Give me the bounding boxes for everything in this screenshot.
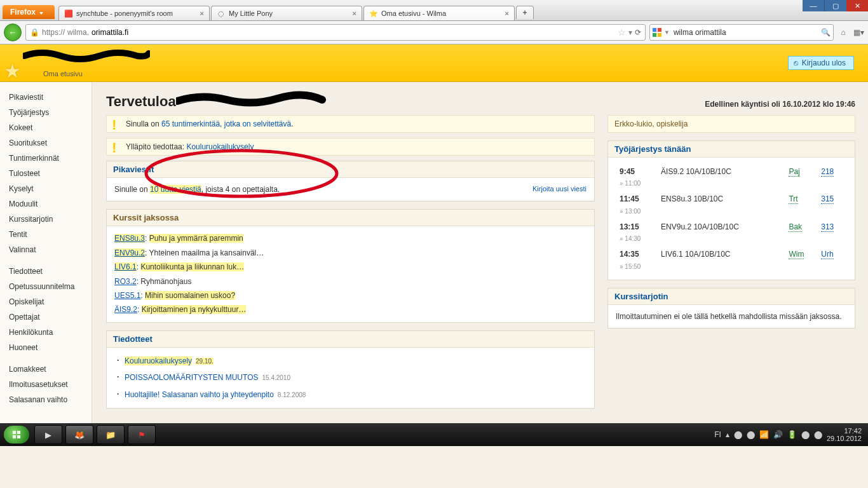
alert-tuntimerkinnat: ! Sinulla on 65 tuntimerkintää, jotka on… [106, 115, 595, 133]
new-message-link[interactable]: Kirjoita uusi viesti [532, 183, 587, 195]
main-content: Tervetuloa Edellinen käyntisi oli 16.10.… [92, 82, 868, 447]
course-code-link[interactable]: RO3.2 [114, 277, 137, 286]
schedule-room-link[interactable]: 315 [821, 194, 834, 204]
dropdown-icon[interactable]: ▾ [628, 28, 632, 37]
window-minimize-button[interactable]: — [803, 0, 824, 11]
schedule-teacher-link[interactable]: Wim [789, 250, 804, 259]
sidebar-item[interactable]: Tuntimerkinnät [9, 151, 92, 166]
box-heading: Kurssit jaksossa [107, 210, 594, 226]
tray-icon[interactable]: ⬤ [747, 430, 755, 439]
tray-icon[interactable]: ⬤ [814, 430, 822, 439]
new-tab-button[interactable]: + [516, 6, 534, 19]
sidebar-item[interactable]: Kurssitarjotin [9, 212, 92, 227]
news-link[interactable]: Huoltajille! Salasanan vaihto ja yhteyde… [125, 390, 274, 399]
window-maximize-button[interactable]: ▢ [824, 0, 846, 11]
url-scheme: https:// [42, 28, 65, 37]
bookmark-star-icon[interactable]: ☆ [618, 27, 626, 37]
schedule-time: 9:45 [620, 165, 654, 178]
taskbar-app-firefox[interactable]: 🦊 [65, 425, 93, 444]
firefox-menu-button[interactable]: Firefox [3, 5, 55, 19]
redacted-name [23, 48, 150, 64]
start-button[interactable] [4, 426, 29, 444]
tray-chevron-icon[interactable]: ▴ [726, 430, 729, 439]
url-host: orimattila.fi [92, 28, 128, 37]
close-icon[interactable]: × [200, 10, 204, 17]
sidebar-item[interactable]: Moduulit [9, 196, 92, 212]
box-heading: Tiedotteet [107, 331, 594, 348]
sidebar-item[interactable]: Pikaviestit [9, 90, 92, 105]
language-indicator[interactable]: FI [714, 430, 721, 439]
course-code-link[interactable]: LIV6.1 [114, 262, 137, 271]
sidebar-item[interactable]: Ilmoitusasetukset [9, 377, 92, 392]
url-bar[interactable]: 🔒 https://wilma.orimattila.fi ☆ ▾ ⟳ [25, 24, 646, 41]
taskbar-clock[interactable]: 17:42 29.10.2012 [827, 427, 862, 442]
schedule-box: Työjärjestys tänään 9:45» 11:00ÄIS9.2 10… [607, 140, 855, 280]
close-icon[interactable]: × [505, 10, 509, 17]
reload-icon[interactable]: ⟳ [635, 28, 641, 37]
sidebar-item[interactable]: Tentit [9, 227, 92, 242]
url-sub: wilma. [67, 28, 89, 37]
tab-strip: 🟥 synchtube - ponenyymit's room × ◌ My L… [58, 6, 868, 20]
news-link[interactable]: Kouluruokailukysely [125, 356, 192, 365]
sidebar-item[interactable]: Kyselyt [9, 181, 92, 196]
sidebar-item[interactable]: Työjärjestys [9, 105, 92, 120]
course-code-link[interactable]: UES5.1 [114, 291, 140, 300]
sidebar-item[interactable]: Tiedotteet [9, 264, 92, 279]
schedule-room-link[interactable]: 218 [821, 167, 834, 177]
schedule-room-link[interactable]: Urh [821, 250, 833, 259]
sidebar-item[interactable]: Huoneet [9, 340, 92, 355]
news-date: 15.4.2010 [262, 374, 290, 381]
sidebar-item[interactable]: Opetussuunnitelma [9, 279, 92, 294]
search-bar[interactable]: ▼ 🔍 [649, 24, 834, 41]
course-code-link[interactable]: ÄIS9.2 [114, 305, 137, 314]
alert-link[interactable]: 65 tuntimerkintää, jotka on selvitettävä [161, 119, 291, 128]
search-icon[interactable]: 🔍 [821, 28, 831, 37]
alert-announcement: ! Ylläpito tiedottaa: Kouluruokailukysel… [106, 138, 595, 156]
pika-link[interactable]: 10 uutta viestiä [150, 185, 201, 194]
sidebar-item[interactable]: Suoritukset [9, 135, 92, 151]
search-input[interactable] [672, 27, 818, 37]
logout-button[interactable]: Kirjaudu ulos [788, 56, 854, 70]
close-icon[interactable]: × [353, 10, 356, 17]
dropdown-icon[interactable]: ▼ [664, 29, 670, 36]
schedule-teacher-link[interactable]: Paj [789, 167, 799, 177]
clock-date: 29.10.2012 [827, 435, 862, 442]
course-row: ENV9u.2: Yhteinen maailma ja kansainväl… [114, 246, 587, 260]
course-row: ÄIS9.2: Kirjoittaminen ja nykykulttuur… [114, 302, 587, 316]
tray-icon[interactable]: ⬤ [734, 430, 742, 439]
window-close-button[interactable]: ✕ [846, 0, 868, 11]
home-icon[interactable]: ⌂ [837, 27, 849, 38]
tab-wilma[interactable]: ⭐ Oma etusivu - Wilma × [363, 6, 515, 20]
tab-synchtube[interactable]: 🟥 synchtube - ponenyymit's room × [58, 6, 210, 20]
sidebar-item[interactable]: Henkilökunta [9, 325, 92, 340]
sidebar-item[interactable]: Salasanan vaihto [9, 392, 92, 407]
taskbar-app-game[interactable]: ⚑ [128, 425, 156, 444]
back-button[interactable]: ← [4, 24, 22, 41]
tray-battery-icon[interactable]: 🔋 [787, 430, 797, 439]
sidebar-item[interactable]: Kokeet [9, 120, 92, 135]
tab-mlp[interactable]: ◌ My Little Pony × [211, 6, 362, 20]
taskbar-app-media[interactable]: ▶ [34, 425, 62, 444]
sidebar-item[interactable]: Opiskelijat [9, 294, 92, 309]
sidebar-item[interactable]: Valinnat [9, 242, 92, 257]
extensions-icon[interactable]: ▦▾ [853, 27, 864, 38]
schedule-table: 9:45» 11:00ÄIS9.2 10A/10B/10CPaj21811:45… [616, 163, 847, 274]
sidebar-item[interactable]: Tulosteet [9, 166, 92, 181]
schedule-room-link[interactable]: 313 [821, 222, 834, 232]
news-link[interactable]: POISSAOLOMÄÄRITYSTEN MUUTOS [125, 373, 258, 382]
course-code-link[interactable]: ENV9u.2 [114, 248, 145, 257]
schedule-teacher-link[interactable]: Trt [789, 194, 797, 204]
sidebar-item[interactable]: Opettajat [9, 309, 92, 325]
sidebar-item[interactable]: Lomakkeet [9, 362, 92, 377]
tray-network-icon[interactable]: 📶 [759, 430, 769, 439]
pika-text: Sinulle on [114, 185, 150, 194]
course-desc: : Kuntoliikunta ja liikunnan luk… [137, 262, 244, 271]
course-code-link[interactable]: ENS8u.3 [114, 234, 145, 243]
tray-volume-icon[interactable]: 🔊 [773, 430, 783, 439]
taskbar-app-explorer[interactable]: 📁 [97, 425, 125, 444]
alert-link[interactable]: Kouluruokailukysely [186, 142, 254, 151]
schedule-teacher-link[interactable]: Bak [789, 222, 802, 232]
schedule-time: 13:15 [620, 220, 654, 233]
tray-icon[interactable]: ⬤ [801, 430, 810, 439]
svg-rect-0 [653, 28, 656, 32]
